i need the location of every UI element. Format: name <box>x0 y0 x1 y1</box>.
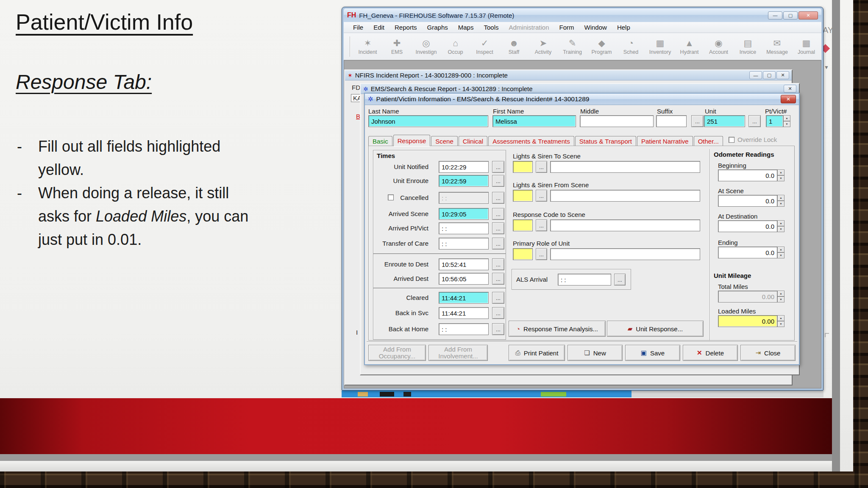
nfirs-titlebar[interactable]: ✶ NFIRS Incident Report - 14-3001289-000… <box>345 70 792 80</box>
unit-lookup-button[interactable]: ... <box>748 115 761 127</box>
toolbar-label: Activity <box>535 49 552 55</box>
suffix-field[interactable] <box>656 115 687 127</box>
menu-item[interactable]: Administration <box>504 24 554 31</box>
tab[interactable]: Patient Narrative <box>637 136 693 146</box>
middle-name-field[interactable] <box>580 115 654 127</box>
menu-item[interactable]: Graphs <box>422 24 453 31</box>
first-name-field[interactable]: Melissa <box>492 115 576 127</box>
toolbar-icon: ◆ <box>598 38 605 48</box>
tab[interactable]: Clinical <box>459 136 487 146</box>
maximize-button[interactable]: ▢ <box>783 11 798 19</box>
override-lock-checkbox[interactable]: Override Lock <box>729 136 777 143</box>
toolbar-button[interactable]: ◎ Investign <box>412 38 441 55</box>
menu-item[interactable]: Reports <box>389 24 422 31</box>
unit-field[interactable]: 251 <box>704 115 745 127</box>
toolbar-icon: ▲ <box>685 38 694 48</box>
close-button[interactable]: ✕ <box>781 95 796 103</box>
toolbar-button[interactable]: ➤ Activity <box>529 38 558 55</box>
tab[interactable]: Assessments & Treatments <box>488 136 574 146</box>
footer-divider <box>367 341 797 342</box>
background-text-fragment: I <box>356 329 358 336</box>
toolbar-button[interactable]: ✎ Training <box>558 38 587 55</box>
menu-item[interactable]: Maps <box>453 24 479 31</box>
bullet-item: - When doing a release, it still asks fo… <box>17 181 254 251</box>
desktop-icon <box>403 392 411 396</box>
toolbar-icon: ⌂ <box>453 38 458 48</box>
toolbar-label: Invoice <box>740 49 757 55</box>
desktop-icon <box>358 392 368 396</box>
bullet-dash: - <box>17 135 38 181</box>
toolbar-button[interactable]: ✓ Inspect <box>470 38 499 55</box>
toolbar-icon: ◉ <box>715 38 722 48</box>
menu-item[interactable]: File <box>348 24 368 31</box>
app-titlebar[interactable]: FH FH_Geneva - FIREHOUSE Software 7.15.3… <box>344 8 821 22</box>
toolbar-button[interactable]: ▦ Inventory <box>645 38 675 55</box>
print-patient-button[interactable]: ⎙ Print Patient <box>509 345 565 361</box>
maximize-button[interactable]: ▢ <box>763 71 776 79</box>
dialog-titlebar[interactable]: ✲ Patient/Victim Information - EMS/Searc… <box>365 94 799 105</box>
menu-item[interactable]: Help <box>612 24 635 31</box>
toolbar-icon: ✚ <box>393 38 401 48</box>
toolbar-button[interactable]: ◉ Account <box>704 38 733 55</box>
minimize-button[interactable]: — <box>768 11 782 19</box>
new-button[interactable]: ❏ New <box>568 345 623 361</box>
stepper-down-icon[interactable]: ▼ <box>783 121 790 127</box>
close-button[interactable]: ✕ <box>776 71 789 79</box>
toolbar-icon: ▤ <box>744 38 752 48</box>
tab[interactable]: Other... <box>694 136 723 146</box>
toolbar-button[interactable]: ◔ Sched <box>616 38 645 55</box>
pt-vict-number-field[interactable]: 1 <box>766 115 783 127</box>
last-name-field[interactable]: Johnson <box>368 115 488 127</box>
save-button[interactable]: ▣ Save <box>625 345 680 361</box>
desktop-icon <box>541 392 566 396</box>
toolbar-button[interactable]: ✚ EMS <box>382 38 412 55</box>
toolbar-label: Staff <box>509 49 519 55</box>
tab[interactable]: Response <box>393 135 431 146</box>
dialog-body: Last Name Johnson First Name Melissa Mid… <box>365 105 799 364</box>
last-name-label: Last Name <box>368 108 399 115</box>
app-logo: FH <box>347 11 356 19</box>
toolbar-button[interactable]: ✶ Incident <box>353 38 382 55</box>
tab[interactable]: Basic <box>368 136 392 146</box>
toolbar-button[interactable]: ▦ Journal <box>792 38 821 55</box>
toolbar-icon: ▦ <box>802 38 811 48</box>
pt-vict-number-stepper[interactable]: ▲ ▼ <box>783 115 790 127</box>
delete-button[interactable]: ✕ Delete <box>683 345 738 361</box>
toolbar-button[interactable]: ▤ Invoice <box>733 38 762 55</box>
minimize-button[interactable]: — <box>749 71 762 79</box>
suffix-lookup-button[interactable]: ... <box>691 115 704 127</box>
ems-window-controls: ✕ <box>784 85 796 93</box>
menu-item[interactable]: Form <box>554 24 579 31</box>
slide-red-band <box>0 398 832 454</box>
close-button[interactable]: ✕ <box>798 11 818 19</box>
new-label: New <box>593 349 606 357</box>
toolbar-label: Incident <box>359 49 377 55</box>
menu-item[interactable]: Window <box>579 24 612 31</box>
menu-item[interactable]: Tools <box>479 24 504 31</box>
tab[interactable]: Status & Transport <box>575 136 636 146</box>
toolbar-label: Training <box>563 49 582 55</box>
add-from-involvement-label: Add From Involvement... <box>438 346 478 360</box>
stepper-up-icon[interactable]: ▲ <box>783 115 790 121</box>
patient-victim-dialog: ✲ Patient/Victim Information - EMS/Searc… <box>364 93 800 365</box>
new-page-icon: ❏ <box>584 349 590 357</box>
bullet-text: Fill out all fields highlighted yellow. <box>38 135 254 181</box>
ems-star-of-life-icon: ✲ <box>368 95 373 103</box>
toolbar-button[interactable]: ☻ Staff <box>499 38 529 55</box>
toolbar-icon: ✶ <box>364 38 372 48</box>
toolbar-button[interactable]: ◆ Program <box>587 38 616 55</box>
scrollbar[interactable] <box>832 0 840 471</box>
toolbar-button[interactable]: ⌂ Occup <box>441 38 470 55</box>
toolbar-label: Sched <box>623 49 638 55</box>
toolbar-button[interactable]: ▲ Hydrant <box>675 38 704 55</box>
toolbar-button[interactable]: ✉ Message <box>762 38 792 55</box>
checkbox-icon[interactable] <box>729 137 734 143</box>
background-label-fd: FD <box>352 84 360 91</box>
tab[interactable]: Scene <box>431 136 458 146</box>
floppy-disk-icon: ▣ <box>641 349 647 357</box>
tab-page-frame <box>368 146 795 341</box>
close-button[interactable]: ⇥ Close <box>740 345 796 361</box>
close-button[interactable]: ✕ <box>784 85 796 93</box>
menu-item[interactable]: Edit <box>368 24 389 31</box>
app-title: FH_Geneva - FIREHOUSE Software 7.15.37 (… <box>359 12 514 19</box>
